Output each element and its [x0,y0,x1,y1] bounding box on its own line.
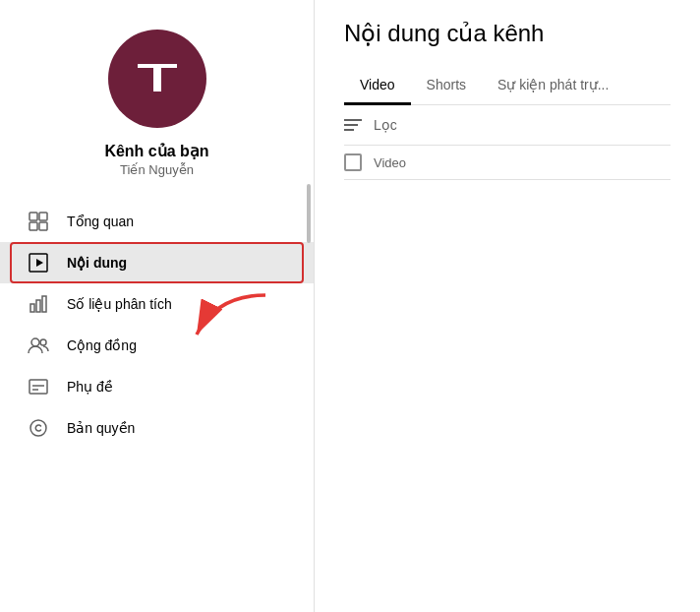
nav-list: Tổng quan Nội dung Số liệu phâ [0,201,314,449]
active-indicator [10,242,304,283]
sidebar-item-label: Tổng quan [67,214,134,229]
svg-rect-9 [30,304,34,312]
sidebar: Kênh của bạn Tiến Nguyễn Tổng quan [0,0,315,612]
svg-rect-5 [29,222,37,230]
avatar-icon [133,54,182,103]
sidebar-item-noi-dung[interactable]: Nội dung [0,242,314,283]
sidebar-item-phu-de[interactable]: Phụ đề [0,366,314,407]
analytics-icon [28,293,49,315]
svg-rect-10 [36,300,40,312]
subtitles-icon [28,376,49,398]
filter-label: Lọc [374,117,397,133]
select-all-checkbox[interactable] [344,153,362,171]
tab-video[interactable]: Video [344,67,411,105]
svg-rect-11 [42,296,46,312]
sidebar-item-cong-dong[interactable]: Cộng đồng [0,325,314,366]
svg-rect-6 [39,222,47,230]
sidebar-item-ban-quyen[interactable]: Bản quyền [0,407,314,449]
svg-rect-4 [39,213,47,220]
sidebar-item-tong-quan[interactable]: Tổng quan [0,201,314,242]
svg-point-12 [31,338,39,346]
avatar [108,30,206,128]
svg-point-13 [40,339,46,345]
sidebar-scrollbar[interactable] [307,184,311,243]
svg-rect-2 [147,64,167,68]
copyright-icon [28,417,49,439]
tabs-container: Video Shorts Sự kiện phát trự... [344,67,671,105]
tab-su-kien[interactable]: Sự kiện phát trự... [482,67,624,105]
main-content: Nội dung của kênh Video Shorts Sự kiện p… [315,0,700,612]
sidebar-item-label: Phụ đề [67,379,113,395]
filter-icon [344,119,362,131]
svg-point-17 [30,420,46,436]
table-header: Video [344,146,671,180]
filter-row[interactable]: Lọc [344,105,671,146]
sidebar-item-label: Cộng đồng [67,337,137,353]
svg-rect-3 [29,213,37,220]
sidebar-item-label: Số liệu phân tích [67,296,172,312]
filter-lines-icon [344,119,362,131]
dashboard-icon [28,211,49,232]
sidebar-item-label: Bản quyền [67,420,135,436]
sidebar-item-so-lieu[interactable]: Số liệu phân tích [0,283,314,325]
tab-shorts[interactable]: Shorts [411,67,482,105]
svg-rect-1 [153,64,161,92]
svg-rect-14 [29,380,47,394]
page-title: Nội dung của kênh [344,20,671,47]
channel-name: Kênh của bạn [104,142,208,160]
video-column-header: Video [374,155,406,170]
community-icon [28,335,49,356]
channel-sub: Tiến Nguyễn [120,162,194,177]
